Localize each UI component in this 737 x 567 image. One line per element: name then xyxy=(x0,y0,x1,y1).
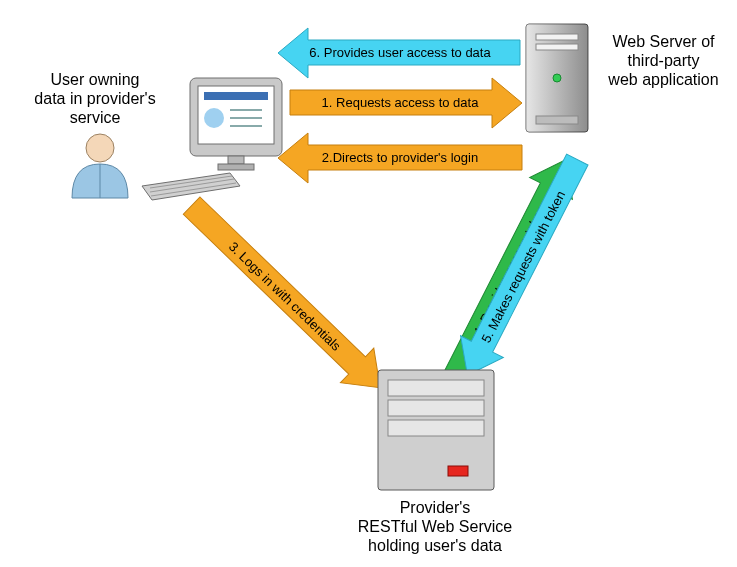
webserver-line2: third-party xyxy=(627,52,699,69)
user-line2: data in provider's xyxy=(34,90,155,107)
arrow-step3: 3. Logs in with credentials xyxy=(175,188,397,405)
svg-rect-30 xyxy=(448,466,468,476)
user-label: User owning data in provider's service xyxy=(10,70,180,128)
user-line3: service xyxy=(70,109,121,126)
svg-rect-23 xyxy=(536,44,578,50)
svg-rect-25 xyxy=(536,116,578,124)
user-icon xyxy=(72,134,128,198)
arrow-step6: 6. Provides user access to data xyxy=(278,28,520,78)
svg-rect-28 xyxy=(388,400,484,416)
provider-line2: RESTful Web Service xyxy=(358,518,512,535)
provider-line3: holding user's data xyxy=(368,537,502,554)
svg-rect-29 xyxy=(388,420,484,436)
webserver-line3: web application xyxy=(608,71,718,88)
arrow-step5-text: 5. Makes requests with token xyxy=(478,188,568,345)
arrow-step1-text: 1. Requests access to data xyxy=(322,95,480,110)
webserver-line1: Web Server of xyxy=(613,33,715,50)
webserver-icon xyxy=(526,24,588,132)
arrow-step2: 2.Directs to provider's login xyxy=(278,133,522,183)
svg-point-6 xyxy=(86,134,114,162)
provider-line1: Provider's xyxy=(400,499,471,516)
user-line1: User owning xyxy=(51,71,140,88)
arrow-step2-text: 2.Directs to provider's login xyxy=(322,150,478,165)
svg-rect-22 xyxy=(536,34,578,40)
svg-rect-9 xyxy=(204,92,268,100)
provider-label: Provider's RESTful Web Service holding u… xyxy=(330,498,540,556)
svg-point-10 xyxy=(204,108,224,128)
svg-rect-15 xyxy=(218,164,254,170)
arrow-step5: 5. Makes requests with token xyxy=(446,149,599,386)
arrow-step3-text: 3. Logs in with credentials xyxy=(226,239,344,354)
webserver-label: Web Server of third-party web applicatio… xyxy=(596,32,731,90)
arrow-step1: 1. Requests access to data xyxy=(290,78,522,128)
svg-point-24 xyxy=(553,74,561,82)
svg-rect-14 xyxy=(228,156,244,164)
arrow-step6-text: 6. Provides user access to data xyxy=(309,45,491,60)
provider-server-icon xyxy=(378,370,494,490)
svg-rect-27 xyxy=(388,380,484,396)
